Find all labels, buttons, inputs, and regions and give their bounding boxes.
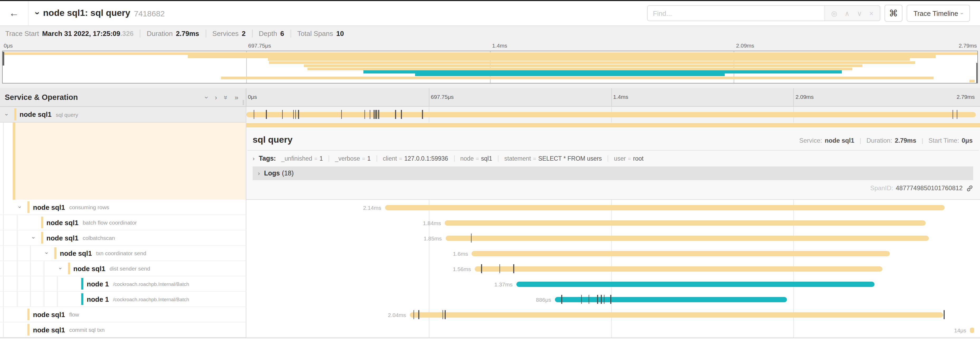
- trace-minimap: 0μs697.75μs1.4ms2.09ms2.79ms: [0, 41, 980, 88]
- span-name-cell[interactable]: node sql1commit sql txn: [0, 322, 246, 338]
- service-color-bar: [27, 201, 30, 213]
- tag-key: statement: [504, 155, 531, 162]
- span-bar-cell[interactable]: 1.85ms: [246, 230, 980, 246]
- span-service-name: node 1: [87, 295, 109, 303]
- minimap-span-bar: [221, 77, 934, 80]
- span-name-cell[interactable]: node sql1flow: [0, 307, 246, 322]
- span-name-cell[interactable]: ›node sql1sql query: [0, 107, 246, 123]
- keyboard-shortcuts-button[interactable]: ⌘: [885, 5, 902, 22]
- span-detail-title: sql query: [253, 135, 293, 145]
- span-bar[interactable]: [472, 251, 890, 256]
- indent-guide: [57, 292, 57, 307]
- back-button[interactable]: ←: [0, 1, 29, 26]
- span-bar[interactable]: [970, 327, 974, 333]
- find-input[interactable]: [648, 6, 824, 21]
- span-bar-cell[interactable]: 1.6ms: [246, 246, 980, 261]
- span-row[interactable]: ›node sql1txn coordinator send1.6ms: [0, 246, 980, 261]
- tick-label: 0μs: [248, 94, 257, 100]
- span-bar-cell[interactable]: 1.84ms: [246, 215, 980, 230]
- column-resize-grip[interactable]: ∥: [242, 99, 245, 105]
- log-marker-tick: [282, 110, 283, 119]
- bottom-gap: [0, 338, 980, 344]
- span-bar[interactable]: [445, 235, 929, 241]
- copy-link-icon[interactable]: [966, 185, 973, 192]
- clear-find-icon[interactable]: ×: [870, 9, 873, 17]
- prev-match-icon[interactable]: ∧: [845, 9, 850, 17]
- tree-chevron-icon[interactable]: ›: [30, 237, 37, 238]
- span-bar[interactable]: [516, 282, 874, 286]
- tags-accordion[interactable]: › Tags: _unfinished=1_verbose=1client=12…: [246, 150, 980, 166]
- indent-guide: [43, 276, 44, 291]
- expand-one-icon[interactable]: ›: [215, 93, 217, 101]
- trace-start-fraction: .326: [120, 30, 134, 37]
- span-name-cell[interactable]: ›node sql1txn coordinator send: [0, 246, 246, 261]
- span-bar[interactable]: [475, 266, 883, 271]
- next-match-icon[interactable]: ∨: [857, 9, 862, 17]
- span-duration-label: 14μs: [246, 322, 966, 338]
- collapse-all-icon[interactable]: »: [222, 95, 230, 99]
- log-marker-tick: [610, 295, 611, 304]
- span-row[interactable]: ›node sql1dist sender send1.56ms: [0, 261, 980, 276]
- trace-depth: Depth 6: [252, 30, 290, 37]
- span-bar[interactable]: [246, 112, 976, 117]
- span-row[interactable]: ›node sql1colbatchscan1.85ms: [0, 230, 980, 246]
- span-row[interactable]: node sql1batch flow coordinator1.84ms: [0, 215, 980, 230]
- span-bar[interactable]: [385, 205, 945, 210]
- span-duration-label: 1.37ms: [246, 276, 512, 292]
- span-name-cell[interactable]: node sql1batch flow coordinator: [0, 215, 246, 230]
- log-marker-tick: [471, 234, 472, 243]
- span-row[interactable]: node sql1flow2.04ms: [0, 307, 980, 322]
- span-detail-card: sql query Service: node sql1 | Duration:…: [246, 127, 980, 200]
- span-name-cell[interactable]: ›node sql1colbatchscan: [0, 230, 246, 246]
- collapse-one-icon[interactable]: ›: [203, 96, 211, 99]
- tree-chevron-icon[interactable]: ›: [17, 206, 23, 208]
- tree-chevron-icon[interactable]: ›: [3, 114, 10, 115]
- trace-collapse-chevron-icon[interactable]: ›: [32, 12, 43, 14]
- span-name-cell[interactable]: node 1/cockroach.roachpb.Internal/Batch: [0, 276, 246, 292]
- minimap-span-bar: [415, 74, 725, 76]
- service-operation-title: Service & Operation: [5, 93, 78, 101]
- minimap-left-handle[interactable]: [3, 52, 4, 66]
- service-value: node sql1: [825, 137, 854, 144]
- span-row[interactable]: ›node sql1sql query: [0, 107, 980, 123]
- span-row[interactable]: node sql1commit sql txn14μs: [0, 322, 980, 338]
- tick-label: 0μs: [4, 42, 13, 49]
- tree-chevron-icon[interactable]: ›: [57, 267, 64, 269]
- span-bar-cell[interactable]: 14μs: [246, 322, 980, 338]
- focus-match-icon[interactable]: ◎: [831, 9, 837, 17]
- selected-span-bar: [246, 123, 980, 127]
- span-name-cell[interactable]: ›node sql1dist sender send: [0, 261, 246, 276]
- minimap-canvas[interactable]: [2, 51, 978, 83]
- span-name-cell[interactable]: ›node sql1consuming rows: [0, 200, 246, 215]
- indent-guide: [30, 276, 30, 291]
- span-bar[interactable]: [445, 220, 926, 226]
- equals-sign: =: [362, 156, 365, 162]
- span-row[interactable]: node 1/cockroach.roachpb.Internal/Batch1…: [0, 276, 980, 292]
- trace-view-selector[interactable]: Trace Timeline ›: [907, 5, 970, 22]
- span-bar-cell[interactable]: [246, 107, 980, 123]
- minimap-right-handle[interactable]: [976, 63, 977, 83]
- span-duration-label: 886μs: [246, 292, 551, 307]
- span-name-cell[interactable]: node 1/cockroach.roachpb.Internal/Batch: [0, 292, 246, 307]
- tree-chevron-icon[interactable]: ›: [44, 252, 50, 254]
- tag-chip: _unfinished=1: [281, 155, 329, 162]
- span-row[interactable]: ›node sql1consuming rows2.14ms: [0, 200, 980, 215]
- logs-accordion[interactable]: › Logs (18): [253, 166, 973, 180]
- span-row[interactable]: node 1/cockroach.roachpb.Internal/Batch8…: [0, 292, 980, 307]
- log-marker-tick: [513, 264, 514, 273]
- span-bar-cell[interactable]: 2.14ms: [246, 200, 980, 215]
- span-bar-cell[interactable]: 1.56ms: [246, 261, 980, 276]
- span-bar[interactable]: [410, 312, 943, 317]
- tag-key: _unfinished: [281, 155, 312, 162]
- tick-label: 697.75μs: [248, 42, 271, 49]
- span-bar-cell[interactable]: 2.04ms: [246, 307, 980, 322]
- log-marker-tick: [401, 110, 402, 119]
- minimap-tick-labels: 0μs697.75μs1.4ms2.09ms2.79ms: [2, 42, 978, 50]
- span-bar[interactable]: [555, 297, 787, 302]
- log-marker-tick: [293, 110, 294, 119]
- tick-label: 2.09ms: [736, 42, 754, 49]
- span-bar-cell[interactable]: 1.37ms: [246, 276, 980, 292]
- expand-all-icon[interactable]: »: [235, 93, 239, 101]
- log-marker-tick: [364, 110, 365, 119]
- span-bar-cell[interactable]: 886μs: [246, 292, 980, 307]
